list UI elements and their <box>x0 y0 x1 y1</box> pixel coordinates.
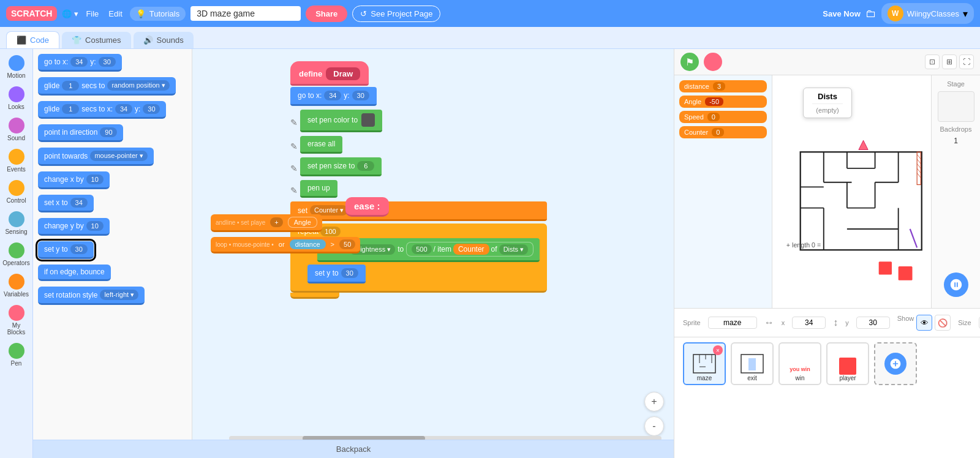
tab-sounds[interactable]: 🔊 Sounds <box>134 32 194 48</box>
operators-label: Operators <box>2 260 29 266</box>
y-input[interactable] <box>856 317 890 329</box>
add-sprite-button[interactable] <box>874 342 917 385</box>
sidebar-item-pen[interactable]: Pen <box>1 340 32 369</box>
script-pen-up-block[interactable]: ✎ pen up <box>290 180 547 200</box>
myblocks-label: My Blocks <box>4 322 29 336</box>
cat-button[interactable] <box>944 272 968 297</box>
change-y-block[interactable]: change y by 10 <box>38 218 110 236</box>
block-point-towards[interactable]: point towards mouse-pointer ▾ <box>38 148 187 168</box>
dists-content: (empty) <box>812 107 843 114</box>
script-pen-size-block[interactable]: ✎ set pen size to 6 <box>290 157 547 179</box>
sidebar-item-variables[interactable]: Variables <box>1 271 32 300</box>
sidebar-item-looks[interactable]: Looks <box>1 84 32 113</box>
script-pen-color-block[interactable]: ✎ set pen color to <box>290 110 547 135</box>
script-sety-block[interactable]: set y to 30 <box>307 265 540 286</box>
maze-sprite-preview <box>692 353 717 375</box>
block-change-y[interactable]: change y by 10 <box>38 218 187 238</box>
sprite-player[interactable]: player <box>826 342 869 385</box>
scratch-logo[interactable]: SCRATCH <box>6 6 57 21</box>
tab-code[interactable]: ⬛ Code <box>6 31 59 48</box>
distance-condition-block[interactable]: loop • mouse-pointe • or distance > 50 <box>211 237 360 253</box>
point-towards-block[interactable]: point towards mouse-pointer ▾ <box>38 148 154 166</box>
glide-random-block[interactable]: glide 1 secs to random position ▾ <box>38 77 176 96</box>
sidebar-item-myblocks[interactable]: My Blocks <box>1 302 32 338</box>
sprite-exit[interactable]: exit <box>731 342 774 385</box>
edit-menu[interactable]: Edit <box>106 8 124 20</box>
globe-icon: 🌐 <box>62 9 72 18</box>
counter-var: Counter 0 <box>679 126 767 138</box>
block-point-direction[interactable]: point in direction 90 <box>38 124 187 145</box>
exit-sprite-preview <box>740 353 764 375</box>
sidebar-item-sound[interactable]: Sound <box>1 115 32 144</box>
block-set-x[interactable]: set x to 34 <box>38 195 187 215</box>
control-dot <box>9 180 24 196</box>
sprite-info-row: Sprite ↔ x ↕ y Show 👁 🚫 Size Direction <box>683 315 971 331</box>
show-hidden-button[interactable]: 🚫 <box>935 315 951 331</box>
glide-xy-block[interactable]: glide 1 secs to x: 34 y: 30 <box>38 101 166 119</box>
language-selector[interactable]: 🌐 ▾ <box>62 9 78 18</box>
block-glide-random[interactable]: glide 1 secs to random position ▾ <box>38 77 187 98</box>
define-draw-block[interactable]: define Draw <box>290 61 547 86</box>
block-rotation-style[interactable]: set rotation style left-right ▾ <box>38 287 187 307</box>
pen-edit-icon[interactable]: ✎ <box>290 118 298 127</box>
events-dot <box>9 149 24 165</box>
script-area[interactable]: andline • set playe + Angle loop • mouse… <box>192 49 674 458</box>
sidebar-item-control[interactable]: Control <box>1 178 32 206</box>
zoom-in-button[interactable]: + <box>644 392 664 411</box>
pen-edit-icon4[interactable]: ✎ <box>290 186 298 195</box>
angle-condition-block[interactable]: andline • set playe + Angle <box>211 214 322 232</box>
goto-block[interactable]: go to x: 34 y: 30 <box>38 54 122 72</box>
script-erase-block[interactable]: ✎ erase all <box>290 136 547 156</box>
rotation-style-block[interactable]: set rotation style left-right ▾ <box>38 287 145 305</box>
ease-block[interactable]: ease : <box>345 197 389 217</box>
set-x-block[interactable]: set x to 34 <box>38 195 94 212</box>
user-menu[interactable]: W WiingyClasses ▾ <box>881 3 974 24</box>
tab-costumes[interactable]: 👕 Costumes <box>62 32 131 48</box>
stage-canvas[interactable]: Dists (empty) <box>772 75 931 308</box>
stop-button[interactable] <box>704 53 722 71</box>
sidebar-item-motion[interactable]: Motion <box>1 53 32 81</box>
stage-fullscreen-button[interactable]: ⛶ <box>959 54 974 69</box>
refresh-icon: ↺ <box>360 9 367 18</box>
block-edge-bounce[interactable]: if on edge, bounce <box>38 265 187 283</box>
sidebar-item-sensing[interactable]: Sensing <box>1 209 32 238</box>
x-input[interactable] <box>792 317 826 329</box>
backpack-bar[interactable]: Backpack <box>33 440 674 458</box>
block-change-x[interactable]: change x by 10 <box>38 171 187 192</box>
zoom-out-button[interactable]: - <box>644 416 664 436</box>
sprite-info-bar: Sprite ↔ x ↕ y Show 👁 🚫 Size Direction <box>674 308 980 337</box>
backdrop-preview[interactable] <box>938 91 974 122</box>
user-avatar: W <box>888 6 903 21</box>
pen-edit-icon2[interactable]: ✎ <box>290 141 298 151</box>
block-goto[interactable]: go to x: 34 y: 30 <box>38 54 187 74</box>
sprite-maze[interactable]: × maze <box>683 342 726 385</box>
add-extension-button[interactable] <box>944 272 968 297</box>
pen-edit-icon3[interactable]: ✎ <box>290 163 298 173</box>
sprite-delete-icon[interactable]: × <box>713 345 723 355</box>
change-x-block[interactable]: change x by 10 <box>38 171 110 189</box>
show-visible-button[interactable]: 👁 <box>916 315 932 331</box>
folder-icon[interactable]: 🗀 <box>865 7 876 20</box>
conditional-block-group[interactable]: andline • set playe + Angle loop • mouse… <box>211 214 360 256</box>
block-set-y[interactable]: set y to 30 <box>38 241 187 261</box>
sprite-name-input[interactable] <box>708 317 757 329</box>
file-menu[interactable]: File <box>83 8 101 20</box>
tutorials-button[interactable]: 💡 Tutorials <box>130 7 186 21</box>
set-y-block[interactable]: set y to 30 <box>38 241 94 259</box>
block-glide-xy[interactable]: glide 1 secs to x: 34 y: 30 <box>38 101 187 121</box>
share-button[interactable]: Share <box>306 6 347 22</box>
sound-icon: 🔊 <box>143 36 153 45</box>
see-project-button[interactable]: ↺ See Project Page <box>352 6 440 22</box>
sound-label: Sound <box>7 135 25 141</box>
sidebar-item-events[interactable]: Events <box>1 146 32 175</box>
project-name-input[interactable] <box>190 6 301 21</box>
green-flag-button[interactable]: ⚑ <box>680 53 699 71</box>
stage-normal-button[interactable]: ⊞ <box>942 54 957 69</box>
sidebar-item-operators[interactable]: Operators <box>1 240 32 269</box>
stage-small-button[interactable]: ⊡ <box>925 54 940 69</box>
sprite-win[interactable]: you win win <box>778 342 821 385</box>
script-goto-block[interactable]: go to x: 34 y: 30 <box>290 87 547 108</box>
edge-bounce-block[interactable]: if on edge, bounce <box>38 265 111 281</box>
point-direction-block[interactable]: point in direction 90 <box>38 124 123 142</box>
save-now-button[interactable]: Save Now <box>823 9 860 18</box>
